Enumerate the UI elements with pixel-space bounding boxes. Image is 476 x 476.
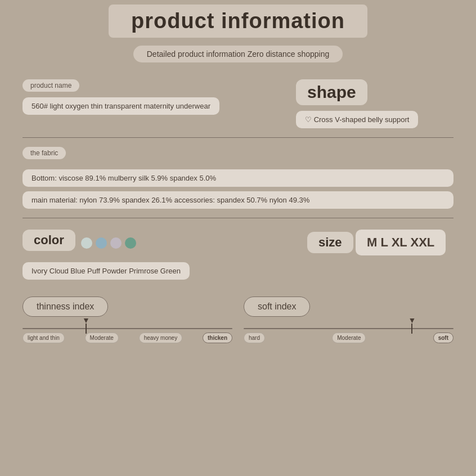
index-row: thinness index light and thin Moderate h… [23,297,453,343]
material-row-1: Bottom: viscose 89.1% mulberry silk 5.9%… [23,169,453,187]
thinness-gauge: light and thin Moderate heavy money thic… [23,328,232,343]
thinness-col: thinness index light and thin Moderate h… [23,297,232,343]
title-section: product information Detailed product inf… [23,0,453,62]
color-value: Ivory Cloud Blue Puff Powder Primrose Gr… [23,262,190,280]
thinness-label-3: heavy money [139,333,182,343]
product-name-value: 560# light oxygen thin transparent mater… [23,97,219,115]
soft-gauge-line [244,328,453,329]
thinness-gauge-line [23,328,232,329]
soft-col: soft index hard Moderate soft [244,297,453,343]
shape-value-row: ♡ Cross V-shaped belly support [296,111,453,128]
shape-icon: ♡ [305,115,312,124]
size-value: M L XL XXL [356,230,446,255]
color-size-row: color Ivory Cloud Blue Puff Powder Primr… [23,230,453,280]
soft-label-1: hard [244,333,265,343]
fabric-material2: main material: nylon 73.9% spandex 26.1%… [23,191,453,209]
thinness-label-1: light and thin [23,333,65,343]
divider-2 [23,218,453,218]
fabric-section: the fabric Bottom: viscose 89.1% mulberr… [23,147,453,209]
thinness-label-2: Moderate [85,333,119,343]
soft-label-3: soft [433,333,453,343]
color-circle-2 [96,237,107,249]
product-info-page: product information Detailed product inf… [0,0,476,476]
soft-indicator [411,324,412,334]
thinness-label-4: thicken [203,333,232,343]
color-circle-1 [81,237,92,249]
soft-gauge-labels: hard Moderate soft [244,333,453,343]
fabric-material1: Bottom: viscose 89.1% mulberry silk 5.9%… [23,169,453,187]
soft-gauge: hard Moderate soft [244,328,453,343]
color-circle-3 [110,237,122,249]
shape-col: shape ♡ Cross V-shaped belly support [296,79,453,128]
material-row-2: main material: nylon 73.9% spandex 26.1%… [23,191,453,209]
color-heading: color [23,230,75,251]
thinness-gauge-labels: light and thin Moderate heavy money thic… [23,333,232,343]
color-circle-4 [125,237,136,249]
product-name-label: product name [23,79,79,92]
fabric-label: the fabric [23,147,66,159]
product-shape-row: product name 560# light oxygen thin tran… [23,79,453,128]
size-col: size M L XL XXL [307,230,453,259]
soft-label-2: Moderate [332,333,366,343]
soft-tag: soft index [244,297,310,317]
color-col: color Ivory Cloud Blue Puff Powder Primr… [23,230,296,280]
title-box: product information [109,5,367,38]
subtitle-box: Detailed product information Zero distan… [133,46,343,62]
shape-heading: shape [296,79,367,105]
page-subtitle: Detailed product information Zero distan… [147,50,330,59]
product-name-col: product name 560# light oxygen thin tran… [23,79,285,115]
shape-value: ♡ Cross V-shaped belly support [296,111,418,128]
thinness-indicator [86,324,87,334]
divider-1 [23,137,453,138]
size-heading: size [307,232,353,253]
thinness-tag: thinness index [23,297,108,317]
page-title: product information [131,9,345,33]
shape-text: Cross V-shaped belly support [314,115,410,124]
color-circles [81,237,136,249]
